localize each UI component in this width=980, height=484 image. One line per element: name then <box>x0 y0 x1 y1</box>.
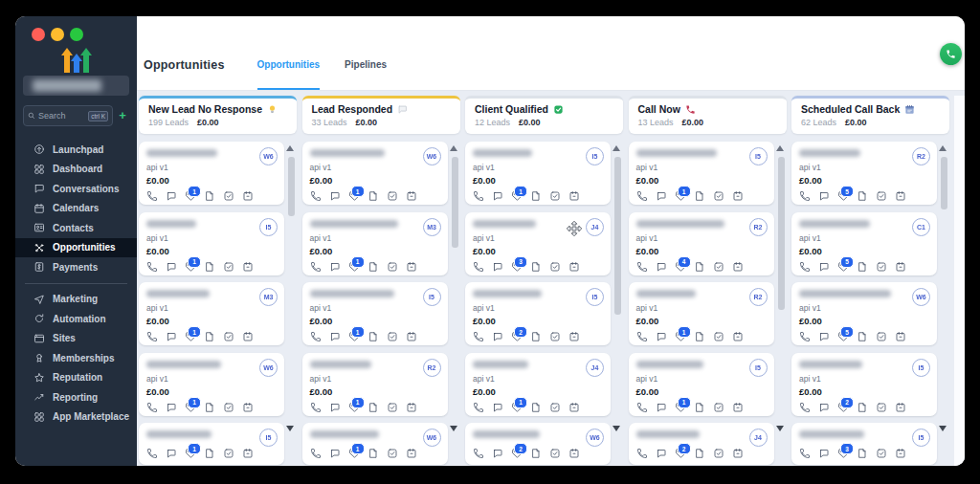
sidebar-item-payments[interactable]: Payments <box>15 257 137 277</box>
account-switcher[interactable] <box>23 76 129 96</box>
call-icon[interactable] <box>636 331 648 342</box>
opportunity-card[interactable]: W62 <box>465 423 611 465</box>
column-scroll-up-arrow[interactable] <box>286 145 294 151</box>
sms-icon[interactable] <box>166 261 177 273</box>
tasks-icon[interactable] <box>223 190 234 202</box>
sidebar-item-conversations[interactable]: Conversations <box>15 179 137 199</box>
notes-icon[interactable] <box>530 402 542 413</box>
tasks-icon[interactable] <box>387 448 398 459</box>
tasks-icon[interactable] <box>876 448 887 459</box>
call-icon[interactable] <box>799 190 811 202</box>
sidebar-item-dashboard[interactable]: Dashboard <box>15 160 137 180</box>
opportunity-card[interactable]: I5api v1£0.001 <box>302 282 448 345</box>
tag-icon[interactable]: 5 <box>837 331 849 342</box>
appointment-icon[interactable] <box>732 448 744 459</box>
call-icon[interactable] <box>146 402 158 413</box>
sidebar-item-calendars[interactable]: Calendars <box>15 199 137 219</box>
tag-icon[interactable]: 4 <box>675 261 686 273</box>
sms-icon[interactable] <box>166 331 177 342</box>
call-icon[interactable] <box>146 331 158 342</box>
tasks-icon[interactable] <box>876 402 887 413</box>
opportunity-card[interactable]: W6api v1£0.005 <box>791 282 937 345</box>
appointment-icon[interactable] <box>406 331 417 342</box>
tasks-icon[interactable] <box>387 190 398 202</box>
call-icon[interactable] <box>636 402 648 413</box>
sms-icon[interactable] <box>656 402 667 413</box>
tasks-icon[interactable] <box>387 261 398 273</box>
tasks-icon[interactable] <box>549 331 561 342</box>
call-icon[interactable] <box>146 190 158 202</box>
notes-icon[interactable] <box>694 190 705 202</box>
opportunity-card[interactable]: I51 <box>139 423 284 465</box>
column-scroll-up-arrow[interactable] <box>450 145 457 151</box>
tasks-icon[interactable] <box>713 448 724 459</box>
tasks-icon[interactable] <box>713 402 724 413</box>
opportunity-card[interactable]: C1api v1£0.005 <box>791 212 937 275</box>
call-icon[interactable] <box>473 261 484 273</box>
notes-icon[interactable] <box>857 261 868 273</box>
tag-icon[interactable]: 2 <box>511 448 523 459</box>
column-scroll-down-arrow[interactable] <box>776 426 784 431</box>
appointment-icon[interactable] <box>568 331 580 342</box>
tasks-icon[interactable] <box>876 331 887 342</box>
opportunity-card[interactable]: W6api v1£0.001 <box>139 353 284 416</box>
tasks-icon[interactable] <box>549 402 561 413</box>
appointment-icon[interactable] <box>732 402 744 413</box>
tag-icon[interactable]: 2 <box>837 402 849 413</box>
opportunity-card[interactable]: R2api v1£0.005 <box>791 142 937 205</box>
tab-opportunities[interactable]: Opportunities <box>257 40 321 90</box>
tasks-icon[interactable] <box>223 331 234 342</box>
notes-icon[interactable] <box>204 190 215 202</box>
sms-icon[interactable] <box>492 448 503 459</box>
notes-icon[interactable] <box>368 190 379 202</box>
call-icon[interactable] <box>636 190 648 202</box>
tag-icon[interactable]: 3 <box>837 448 849 459</box>
opportunity-card[interactable]: I5api v1£0.001 <box>139 212 284 275</box>
call-icon[interactable] <box>146 261 158 273</box>
sms-icon[interactable] <box>818 448 830 459</box>
sidebar-item-reputation[interactable]: Reputation <box>15 368 137 388</box>
appointment-icon[interactable] <box>242 261 254 273</box>
sms-icon[interactable] <box>818 190 830 202</box>
tag-icon[interactable]: 5 <box>837 261 849 273</box>
tag-icon[interactable]: 1 <box>675 331 686 342</box>
sidebar-item-marketing[interactable]: Marketing <box>15 290 137 310</box>
column-header[interactable]: Lead Responded33 Leads£0.00 <box>302 96 460 134</box>
opportunity-card[interactable]: I53 <box>791 423 937 465</box>
appointment-icon[interactable] <box>406 190 417 202</box>
call-icon[interactable] <box>473 448 484 459</box>
notes-icon[interactable] <box>857 448 868 459</box>
call-icon[interactable] <box>636 261 648 273</box>
sms-icon[interactable] <box>492 261 503 273</box>
opportunity-card[interactable]: W61 <box>302 423 448 465</box>
column-header[interactable]: New Lead No Response199 Leads£0.00 <box>139 96 297 134</box>
sms-icon[interactable] <box>329 402 341 413</box>
call-icon[interactable] <box>310 190 322 202</box>
tag-icon[interactable]: 1 <box>185 261 196 273</box>
call-icon[interactable] <box>310 331 322 342</box>
notes-icon[interactable] <box>204 448 215 459</box>
call-icon[interactable] <box>799 448 811 459</box>
opportunity-card[interactable]: R2api v1£0.001 <box>302 353 448 416</box>
column-scroll-down-arrow[interactable] <box>450 426 457 431</box>
sidebar-item-contacts[interactable]: Contacts <box>15 218 137 238</box>
call-icon[interactable] <box>636 448 648 459</box>
call-icon[interactable] <box>799 261 811 273</box>
sms-icon[interactable] <box>492 331 503 342</box>
tag-icon[interactable]: 2 <box>675 448 686 459</box>
sms-icon[interactable] <box>492 190 503 202</box>
appointment-icon[interactable] <box>895 331 906 342</box>
appointment-icon[interactable] <box>895 261 906 273</box>
appointment-icon[interactable] <box>406 402 417 413</box>
sms-icon[interactable] <box>818 261 830 273</box>
opportunity-card[interactable]: M3api v1£0.001 <box>139 282 284 345</box>
opportunity-card[interactable]: I5api v1£0.002 <box>791 353 937 416</box>
opportunity-card[interactable]: W6api v1£0.001 <box>302 142 448 205</box>
tasks-icon[interactable] <box>713 331 724 342</box>
opportunity-card[interactable]: J4api v1£0.001 <box>465 353 611 416</box>
appointment-icon[interactable] <box>242 402 254 413</box>
sms-icon[interactable] <box>656 448 667 459</box>
tag-icon[interactable]: 3 <box>511 261 523 273</box>
tasks-icon[interactable] <box>549 448 561 459</box>
sms-icon[interactable] <box>329 261 341 273</box>
